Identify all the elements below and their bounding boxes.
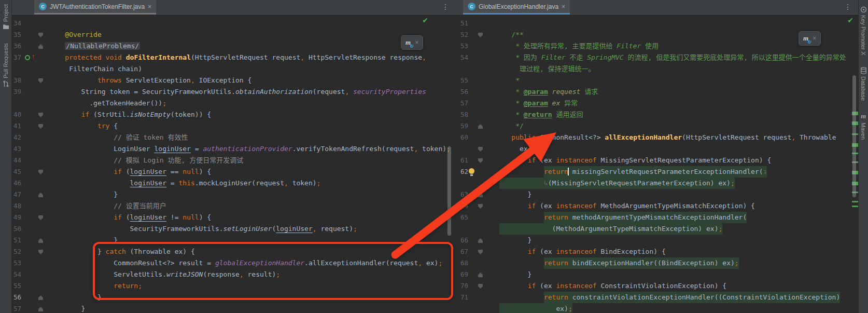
override-marker-icon[interactable]: [25, 55, 30, 60]
line-number[interactable]: 56: [460, 86, 468, 98]
gutter[interactable]: 55: [455, 75, 493, 86]
fold-toggle-icon[interactable]: [38, 124, 43, 129]
code-line[interactable]: 57 * @param ex 异常: [455, 98, 859, 109]
fold-toggle-icon[interactable]: [478, 250, 483, 254]
line-number[interactable]: 36: [13, 40, 21, 52]
gutter[interactable]: 40: [11, 109, 47, 120]
gutter[interactable]: [455, 178, 493, 189]
gutter[interactable]: 39: [11, 86, 47, 98]
intention-bulb-icon[interactable]: [469, 168, 474, 174]
code-line[interactable]: 67 if (ex instanceof BindException) {: [455, 246, 859, 257]
close-icon[interactable]: ×: [813, 35, 816, 42]
fold-toggle-icon[interactable]: [38, 78, 43, 83]
line-number[interactable]: 55: [460, 75, 468, 86]
gutter[interactable]: 36: [11, 40, 47, 52]
code-editor-left[interactable]: 3435 @Override36 /NullableProblems/37↑ p…: [11, 15, 455, 313]
code-line[interactable]: 42 // 验证 token 有效性: [11, 132, 455, 143]
line-number[interactable]: 43: [13, 143, 21, 155]
line-number[interactable]: 60: [460, 132, 468, 143]
gutter[interactable]: 51: [11, 235, 47, 246]
gutter[interactable]: 56: [11, 292, 47, 303]
code-line[interactable]: ↳(MissingServletRequestParameterExceptio…: [455, 178, 859, 189]
close-icon[interactable]: ×: [415, 39, 418, 46]
line-number[interactable]: 50: [13, 223, 21, 235]
gutter[interactable]: 45: [11, 166, 47, 178]
tool-button-maven[interactable]: m Maven: [859, 112, 868, 140]
fold-toggle-icon[interactable]: [478, 273, 483, 277]
code-line[interactable]: 36 /NullableProblems/: [11, 40, 455, 52]
line-number[interactable]: 69: [460, 269, 468, 280]
gutter[interactable]: 59: [455, 120, 493, 132]
code-line[interactable]: 62 return missingServletRequestParameter…: [455, 166, 859, 178]
code-line[interactable]: 66 }: [455, 235, 859, 246]
fold-toggle-icon[interactable]: [38, 238, 43, 243]
tool-button-key-promoter-x[interactable]: Key Promoter X: [859, 6, 868, 56]
line-number[interactable]: 42: [13, 132, 21, 143]
scrollbar-thumb[interactable]: [852, 75, 856, 197]
code-line[interactable]: .getTokenHeader());: [11, 98, 455, 109]
code-line[interactable]: 56 * @param request 请求: [455, 86, 859, 98]
more-options-icon[interactable]: ⋮: [844, 3, 851, 11]
line-number[interactable]: 51: [13, 235, 21, 246]
fold-toggle-icon[interactable]: [478, 193, 483, 197]
line-number[interactable]: 51: [460, 18, 468, 29]
line-number[interactable]: 48: [13, 200, 21, 212]
code-line[interactable]: 61 if (ex instanceof MissingServletReque…: [455, 155, 859, 166]
gutter[interactable]: [11, 63, 47, 75]
code-line[interactable]: 理过程, 保持逻辑统一。: [455, 63, 859, 75]
code-line[interactable]: 49 if (loginUser != null) {: [11, 212, 455, 223]
gutter[interactable]: 41: [11, 120, 47, 132]
line-number[interactable]: 45: [13, 166, 21, 178]
line-number[interactable]: 53: [13, 257, 21, 269]
line-number[interactable]: 66: [460, 235, 468, 246]
line-number[interactable]: 71: [460, 292, 468, 303]
code-line[interactable]: 68 return bindExceptionHandler((BindExce…: [455, 257, 859, 269]
more-options-icon[interactable]: ⋮: [442, 3, 449, 11]
code-line[interactable]: 60 public CommonResult<?> allExceptionHa…: [455, 132, 859, 143]
gutter[interactable]: [455, 223, 493, 235]
line-number[interactable]: 54: [13, 269, 21, 280]
line-number[interactable]: 52: [460, 29, 468, 40]
assistant-widget[interactable]: m↻ ×: [401, 35, 423, 50]
gutter[interactable]: 54: [11, 269, 47, 280]
code-line[interactable]: 58 * @return 通用返回: [455, 109, 859, 120]
code-line[interactable]: ex) {: [455, 143, 859, 155]
line-number[interactable]: 37: [13, 52, 21, 63]
line-number[interactable]: 63: [460, 189, 468, 200]
fold-toggle-icon[interactable]: [478, 238, 483, 243]
close-icon[interactable]: ×: [148, 4, 151, 10]
gutter[interactable]: 38: [11, 75, 47, 86]
code-line[interactable]: 53 CommonResult<?> result = globalExcept…: [11, 257, 455, 269]
gutter[interactable]: [11, 98, 47, 109]
gutter[interactable]: 52: [455, 29, 493, 40]
fold-toggle-icon[interactable]: [38, 250, 43, 254]
tool-button-pull-requests[interactable]: Pull Requests: [0, 43, 11, 87]
code-line[interactable]: 35 @Override: [11, 29, 455, 40]
tool-button-database[interactable]: Database: [859, 67, 868, 101]
code-line[interactable]: 64 if (ex instanceof MethodArgumentTypeM…: [455, 200, 859, 212]
code-line[interactable]: 51 }: [11, 235, 455, 246]
code-line[interactable]: 47 }: [11, 189, 455, 200]
gutter[interactable]: 52: [11, 246, 47, 257]
gutter[interactable]: 47: [11, 189, 47, 200]
code-line[interactable]: 59 */: [455, 120, 859, 132]
line-number[interactable]: 53: [460, 40, 468, 52]
gutter[interactable]: 65: [455, 212, 493, 223]
code-line[interactable]: 54 * 因为 Filter 不走 SpringMVC 的流程, 但是我们又需要…: [455, 52, 859, 63]
code-editor-right[interactable]: 5152 /**53 * 处理所有异常, 主要是提供给 Filter 使用54 …: [455, 15, 859, 313]
fold-toggle-icon[interactable]: [478, 147, 483, 152]
code-line[interactable]: 44 // 模拟 Login 功能, 方便日常开发调试: [11, 155, 455, 166]
gutter[interactable]: 49: [11, 212, 47, 223]
code-line[interactable]: FilterChain chain): [11, 63, 455, 75]
line-number[interactable]: 44: [13, 155, 21, 166]
fold-toggle-icon[interactable]: [38, 44, 43, 49]
code-line[interactable]: 50 SecurityFrameworkUtils.setLoginUser(l…: [11, 223, 455, 235]
fold-toggle-icon[interactable]: [478, 204, 483, 209]
gutter[interactable]: 60: [455, 132, 493, 143]
code-line[interactable]: 51: [455, 18, 859, 29]
gutter[interactable]: 37↑: [11, 52, 47, 63]
line-number[interactable]: 57: [460, 98, 468, 109]
gutter[interactable]: 67: [455, 246, 493, 257]
fold-toggle-icon[interactable]: [38, 215, 43, 220]
code-line[interactable]: 70 if (ex instanceof ConstraintViolation…: [455, 280, 859, 292]
